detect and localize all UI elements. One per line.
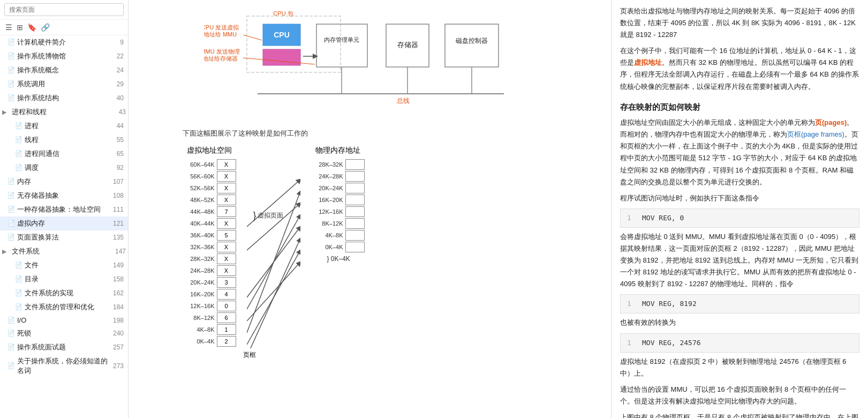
pm-row-7: 0K–4K [311, 241, 365, 253]
sidebar-item-22[interactable]: 📄操作系统面试题257 [0, 340, 128, 354]
right-p5: 会将虚拟地址 0 送到 MMU。MMU 看到虚拟地址落在页面 0（0 - 409… [620, 231, 859, 290]
sidebar-item-13[interactable]: 📄虚拟内存121 [0, 217, 128, 230]
doc-icon: 📄 [7, 66, 15, 74]
vm-cell-12: 0 [217, 301, 236, 311]
doc-icon: 📄 [7, 220, 15, 227]
sidebar-item-12[interactable]: 📄一种存储器抽象：地址空间111 [0, 203, 128, 217]
sidebar-item-6[interactable]: 📄进程44 [0, 119, 128, 133]
vm-row-7: 32K–36KX [183, 241, 236, 253]
doc-icon: 📄 [7, 178, 15, 185]
sidebar-group-5[interactable]: ▶进程和线程43 [0, 105, 128, 119]
search-input[interactable] [4, 3, 124, 16]
sidebar-item-16[interactable]: 📄文件149 [0, 258, 128, 272]
vm-range-9: 24K–28K [183, 267, 217, 274]
sidebar-item-23[interactable]: 📄关于操作系统，你必须知道的名词273 [0, 354, 128, 378]
sidebar-item-20[interactable]: 📄I/O198 [0, 314, 128, 326]
sidebar-item-21[interactable]: 📄死锁240 [0, 326, 128, 340]
sidebar-item-3[interactable]: 📄系统调用29 [0, 77, 128, 91]
vm-row-6: 36K–40K5 [183, 229, 236, 241]
svg-rect-3 [263, 49, 300, 65]
vm-cell-4: 7 [217, 206, 236, 217]
sidebar-item-8[interactable]: 📄进程间通信65 [0, 147, 128, 161]
pm-cell-7 [345, 242, 365, 252]
sidebar-item-num: 92 [117, 164, 124, 171]
doc-icon: 📄 [7, 53, 15, 60]
svg-text:CPU 包: CPU 包 [273, 11, 293, 17]
sidebar-item-label: 文件系统的管理和优化 [25, 302, 111, 312]
sidebar-item-label: 页面置换算法 [17, 233, 111, 242]
sidebar-item-17[interactable]: 📄目录158 [0, 272, 128, 286]
sidebar-item-1[interactable]: 📄操作系统博物馆22 [0, 49, 128, 63]
sidebar-group-15[interactable]: ▶文件系统147 [0, 244, 128, 258]
right-h2: 存在映射的页如何映射 [620, 100, 859, 114]
sidebar-item-2[interactable]: 📄操作系统概念24 [0, 63, 128, 77]
pm-range-0: 28K–32K [311, 161, 345, 168]
pm-range-2: 20K–24K [311, 185, 345, 191]
vm-row-10: 20K–24K3 [183, 277, 236, 288]
vm-range-7: 32K–36K [183, 244, 217, 250]
sidebar-item-18[interactable]: 📄文件系统的实现162 [0, 286, 128, 300]
menu-icon[interactable]: ☰ [5, 23, 12, 32]
cpu-diagram: CPU 内存管理单元 存储器 磁盘控制器 [204, 11, 515, 123]
sidebar-item-num: 65 [117, 150, 124, 158]
sidebar-item-num: 29 [117, 80, 124, 88]
svg-text:总线: 总线 [396, 97, 410, 104]
vm-row-13: 8K–12K6 [183, 312, 236, 324]
pm-row-2: 20K–24K [311, 182, 365, 194]
right-p6: 也被有效的转换为 [620, 317, 859, 329]
grid-icon[interactable]: ⊞ [17, 23, 23, 32]
sidebar-item-num: 40 [117, 94, 124, 102]
sidebar-item-10[interactable]: 📄内存107 [0, 175, 128, 189]
doc-icon: 📄 [15, 136, 22, 144]
doc-icon: 📄 [7, 317, 15, 324]
vm-range-13: 8K–12K [183, 315, 217, 321]
sidebar-item-num: 121 [113, 220, 124, 227]
sidebar-item-4[interactable]: 📄操作系统结构40 [0, 91, 128, 105]
pm-title: 物理内存地址 [311, 146, 365, 155]
search-bar[interactable] [0, 0, 128, 20]
vm-range-10: 20K–24K [183, 279, 217, 286]
sidebar-item-num: 184 [113, 303, 124, 311]
sidebar-item-14[interactable]: 📄页面置换算法135 [0, 230, 128, 244]
sidebar-item-9[interactable]: 📄调度92 [0, 161, 128, 175]
bookmark-icon[interactable]: 🔖 [27, 23, 36, 32]
pm-range-7: 0K–4K [311, 244, 345, 250]
vm-range-8: 28K–32K [183, 256, 217, 262]
sidebar-item-label: 关于操作系统，你必须知道的名词 [17, 356, 111, 376]
diagram-caption: 下面这幅图展示了这种映射是如何工作的 [183, 129, 557, 138]
vm-row-11: 16K–20K4 [183, 288, 236, 300]
right-p7: 虚拟地址 8192（在虚拟页 2 中）被映射到物理地址 24576（在物理页框 … [620, 356, 859, 379]
vm-cell-3: X [217, 195, 236, 205]
pm-row-6: 4K–8K [311, 229, 365, 241]
doc-icon: 📄 [7, 330, 15, 337]
doc-icon: ▶ [2, 248, 10, 255]
sidebar-item-label: 操作系统面试题 [17, 342, 111, 352]
link-icon[interactable]: 🔗 [41, 23, 50, 32]
svg-text:CPU: CPU [274, 31, 290, 39]
sidebar-item-label: 计算机硬件简介 [17, 38, 118, 47]
right-p3: 虚拟地址空间由固定大小的单元组成，这种固定大小的单元称为页(pages)。而相对… [620, 117, 859, 188]
svg-text:存储器: 存储器 [397, 41, 418, 49]
sidebar-item-11[interactable]: 📄无存储器抽象108 [0, 189, 128, 203]
pm-range-5: 8K–12K [311, 220, 345, 227]
svg-rect-4 [316, 24, 367, 67]
sidebar-item-19[interactable]: 📄文件系统的管理和优化184 [0, 300, 128, 314]
main-content: CPU 内存管理单元 存储器 磁盘控制器 [129, 0, 611, 418]
pm-range-3: 16K–20K [311, 197, 345, 203]
sidebar-nav: 📄计算机硬件简介9📄操作系统博物馆22📄操作系统概念24📄系统调用29📄操作系统… [0, 35, 128, 378]
sidebar-item-num: 44 [117, 122, 124, 130]
page-mapping-diagram: 虚拟地址空间 60K–64KX56K–60KX52K–56KX48K–52KX4… [183, 146, 557, 360]
sidebar-item-0[interactable]: 📄计算机硬件简介9 [0, 35, 128, 49]
doc-icon: 📄 [7, 80, 15, 88]
doc-icon: 📄 [7, 206, 15, 213]
vm-cell-2: X [217, 183, 236, 193]
sidebar-item-7[interactable]: 📄线程55 [0, 133, 128, 147]
code-block-3: 1 MOV REG, 24576 [620, 333, 859, 353]
vm-cell-8: X [217, 253, 236, 264]
vm-cell-11: 4 [217, 289, 236, 300]
virtual-address-space: 虚拟地址空间 60K–64KX56K–60KX52K–56KX48K–52KX4… [183, 146, 236, 347]
pm-cell-3 [345, 195, 365, 205]
sidebar-item-label: 线程 [25, 135, 115, 145]
sidebar-item-label: I/O [17, 316, 111, 324]
doc-icon: 📄 [7, 94, 15, 102]
